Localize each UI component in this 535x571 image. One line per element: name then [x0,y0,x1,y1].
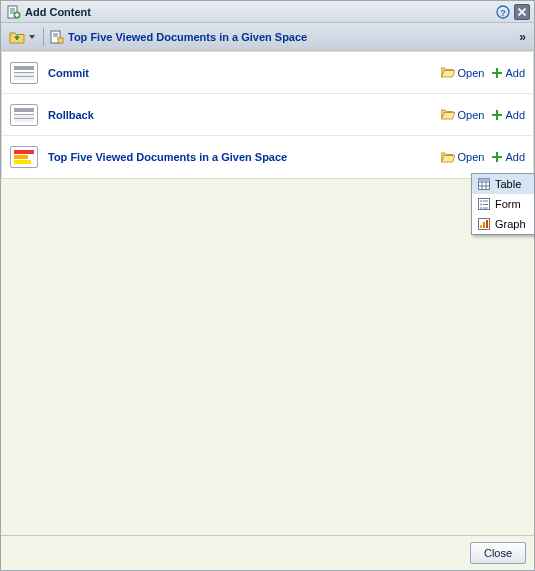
open-link[interactable]: Open [441,67,485,79]
svg-rect-28 [483,222,485,228]
menu-item-label: Table [495,178,521,190]
separator [43,28,44,46]
up-folder-button[interactable] [7,27,37,47]
breadcrumb-label: Top Five Viewed Documents in a Given Spa… [68,31,307,43]
expand-icon[interactable]: » [517,30,528,44]
folder-open-icon [441,152,455,163]
list-item-title: Top Five Viewed Documents in a Given Spa… [48,151,431,163]
add-link[interactable]: Add [492,67,525,79]
breadcrumb-icon [50,30,64,44]
menu-item-label: Form [495,198,521,210]
help-icon[interactable]: ? [496,5,510,19]
close-icon[interactable] [514,4,530,20]
list-item-title: Commit [48,67,431,79]
svg-rect-12 [58,38,63,43]
svg-rect-20 [480,200,482,202]
folder-open-icon [441,67,455,78]
form-icon [477,197,491,211]
open-link[interactable]: Open [441,109,485,121]
toolbar: Top Five Viewed Documents in a Given Spa… [1,23,534,51]
dialog-footer: Close [1,535,534,570]
list-item: Top Five Viewed Documents in a Given Spa… [2,136,533,178]
up-folder-icon [9,29,25,45]
svg-rect-22 [480,204,482,206]
close-button[interactable]: Close [470,542,526,564]
chart-icon [10,146,38,168]
add-content-title-icon [7,5,21,19]
table-icon [477,177,491,191]
svg-rect-24 [480,207,482,209]
dialog-title: Add Content [25,6,91,18]
add-content-dialog: Add Content ? [0,0,535,571]
menu-item-table[interactable]: Table [472,174,534,194]
add-link[interactable]: Add [492,109,525,121]
list-item: Rollback Open Add [2,94,533,136]
folder-open-icon [441,109,455,120]
plus-icon [492,152,502,162]
plus-icon [492,68,502,78]
content-area: Commit Open Add Rollback [1,51,534,535]
svg-rect-29 [486,220,488,228]
svg-rect-27 [480,225,482,228]
breadcrumb[interactable]: Top Five Viewed Documents in a Given Spa… [50,30,307,44]
content-list: Commit Open Add Rollback [1,52,534,179]
open-link[interactable]: Open [441,151,485,163]
graph-icon [477,217,491,231]
menu-item-label: Graph [495,218,526,230]
list-item-title: Rollback [48,109,431,121]
add-link[interactable]: Add [492,151,525,163]
svg-rect-18 [479,179,490,182]
list-item: Commit Open Add [2,52,533,94]
plus-icon [492,110,502,120]
chevron-down-icon [29,35,35,39]
menu-item-graph[interactable]: Graph [472,214,534,234]
svg-text:?: ? [500,7,506,17]
menu-item-form[interactable]: Form [472,194,534,214]
add-type-menu[interactable]: Table Form [471,173,535,235]
titlebar: Add Content ? [1,1,534,23]
portlet-icon [10,62,38,84]
portlet-icon [10,104,38,126]
